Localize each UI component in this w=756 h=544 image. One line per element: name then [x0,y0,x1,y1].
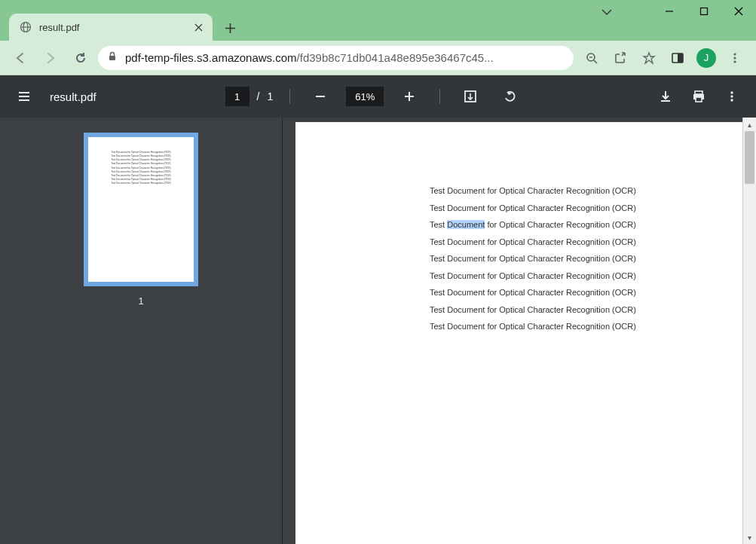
url-path: /fd39b8c71db041a48e895e36467c45... [297,51,494,64]
svg-point-11 [733,53,736,55]
browser-tab[interactable]: result.pdf [9,14,213,41]
svg-rect-19 [696,97,702,102]
zoom-level[interactable]: 61% [346,87,384,106]
document-text-line[interactable]: Test Document for Optical Character Reco… [430,250,705,267]
tab-strip: result.pdf [0,9,241,41]
svg-point-21 [730,95,733,97]
document-text-line[interactable]: Test Document for Optical Character Reco… [430,234,705,251]
document-text-line[interactable]: Test Document for Optical Character Reco… [430,267,705,285]
new-tab-button[interactable] [219,17,241,39]
toolbar-actions: J [578,45,748,71]
tab-close-icon[interactable] [191,20,205,34]
svg-point-13 [733,60,736,63]
tab-title: result.pdf [39,22,184,33]
reload-button[interactable] [68,45,93,71]
close-button[interactable] [721,0,756,23]
scroll-down-icon[interactable]: ▾ [743,530,756,544]
print-button[interactable] [685,83,712,110]
url-text: pdf-temp-files.s3.amazonaws.com/fd39b8c7… [125,51,494,64]
svg-rect-17 [695,91,702,94]
document-text-line[interactable]: Test Document for Optical Character Reco… [430,216,705,234]
browser-toolbar: pdf-temp-files.s3.amazonaws.com/fd39b8c7… [0,41,756,75]
fit-page-button[interactable] [457,83,484,110]
rotate-button[interactable] [496,83,523,110]
profile-button[interactable]: J [693,45,720,71]
document-text-line[interactable]: Test Document for Optical Character Reco… [430,284,705,301]
page-thumbnail[interactable]: Test Document for Optical Character Reco… [84,133,198,286]
page-total: 1 [267,90,273,102]
scroll-thumb[interactable] [745,131,754,184]
forward-button[interactable] [38,45,63,71]
browser-menu-icon[interactable] [721,45,748,71]
document-text-line[interactable]: Test Document for Optical Character Reco… [430,301,705,319]
document-text-line[interactable]: Test Document for Optical Character Reco… [430,200,705,217]
window-titlebar: result.pdf [0,0,756,41]
separator [439,89,440,104]
back-button[interactable] [8,45,33,71]
bookmark-icon[interactable] [635,45,663,71]
page-input[interactable]: 1 [225,87,249,106]
share-icon[interactable] [607,45,634,71]
document-text-line[interactable]: Test Document for Optical Character Reco… [430,182,705,200]
globe-icon [20,21,32,33]
maximize-button[interactable] [687,0,721,23]
svg-line-7 [594,60,597,63]
thumbnail-text-line: Test Document for Optical Character Reco… [111,182,170,185]
window-controls [652,0,756,23]
separator [289,89,290,104]
svg-rect-1 [701,8,708,15]
vertical-scrollbar[interactable]: ▴ ▾ [742,118,756,544]
pdf-body: Test Document for Optical Character Reco… [0,118,756,544]
svg-point-20 [730,91,733,93]
zoom-out-button[interactable] [307,83,334,110]
url-host: pdf-temp-files.s3.amazonaws.com [125,51,297,64]
pdf-menu-icon[interactable] [718,83,745,110]
pdf-viewer: result.pdf 1 / 1 61% [0,75,756,544]
pdf-filename: result.pdf [50,90,96,103]
selected-text[interactable]: Document [447,220,485,229]
pdf-toolbar: result.pdf 1 / 1 61% [0,75,756,118]
window-dropdown-icon[interactable] [601,6,613,20]
minimize-button[interactable] [652,0,687,23]
hamburger-icon[interactable] [11,83,38,110]
scroll-track[interactable] [743,131,756,530]
page-indicator: 1 / 1 [225,87,274,106]
scroll-up-icon[interactable]: ▴ [743,118,756,131]
svg-point-12 [733,57,736,59]
thumbnail-label: 1 [138,295,143,307]
side-panel-icon[interactable] [664,45,691,71]
zoom-in-button[interactable] [396,83,423,110]
thumbnail-panel[interactable]: Test Document for Optical Character Reco… [0,118,283,544]
svg-rect-5 [109,56,115,60]
lock-icon [107,51,118,64]
address-bar[interactable]: pdf-temp-files.s3.amazonaws.com/fd39b8c7… [98,46,574,70]
avatar: J [696,48,716,68]
document-text-line[interactable]: Test Document for Optical Character Reco… [430,318,705,335]
pdf-toolbar-right [652,83,745,110]
download-button[interactable] [652,83,679,110]
svg-point-22 [730,99,733,101]
zoom-icon[interactable] [578,45,605,71]
document-panel[interactable]: Test Document for Optical Character Reco… [283,118,756,544]
page-sep: / [257,90,260,102]
pdf-page[interactable]: Test Document for Optical Character Reco… [295,122,743,544]
svg-rect-10 [678,53,683,63]
